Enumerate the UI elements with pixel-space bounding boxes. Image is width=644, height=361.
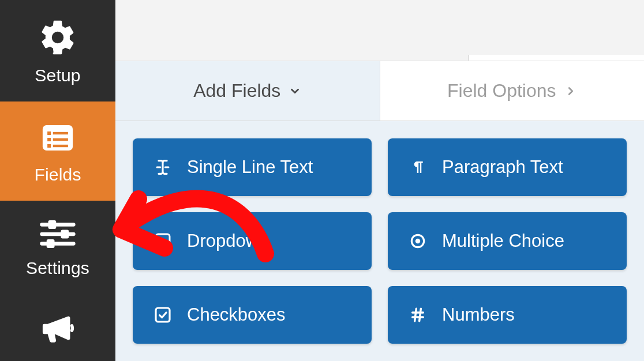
svg-marker-16 — [160, 239, 166, 243]
hash-icon — [406, 306, 429, 324]
field-button-paragraph-text[interactable]: Paragraph Text — [388, 138, 627, 196]
sidebar-item-label: Settings — [26, 258, 89, 278]
svg-rect-4 — [53, 138, 68, 141]
sidebar: Setup Fields Settings — [0, 0, 115, 361]
sidebar-item-settings[interactable]: Settings — [0, 201, 115, 294]
sidebar-item-marketing[interactable] — [0, 294, 115, 351]
sidebar-item-label: Fields — [34, 165, 81, 185]
field-button-label: Numbers — [442, 304, 515, 325]
sidebar-item-label: Setup — [35, 66, 80, 85]
field-button-label: Dropdown — [187, 231, 268, 251]
fields-grid: Single Line Text Paragraph Text Dropdown — [133, 138, 627, 344]
svg-rect-1 — [47, 131, 51, 135]
field-button-label: Single Line Text — [187, 157, 313, 178]
top-bar-notch — [468, 55, 644, 61]
list-icon — [39, 119, 77, 157]
field-button-label: Paragraph Text — [442, 157, 563, 178]
field-button-label: Checkboxes — [187, 304, 286, 325]
svg-line-22 — [415, 309, 417, 321]
field-button-label: Multiple Choice — [442, 231, 564, 251]
chevron-right-icon — [564, 85, 577, 97]
svg-rect-19 — [156, 308, 170, 322]
caret-square-down-icon — [151, 232, 174, 250]
svg-line-23 — [420, 309, 421, 321]
tab-label: Field Options — [447, 80, 556, 101]
field-button-numbers[interactable]: Numbers — [388, 286, 627, 344]
gear-icon — [38, 17, 78, 58]
content-area: Add Fields Field Options — [115, 61, 644, 361]
main-area: Add Fields Field Options — [115, 0, 644, 361]
field-button-multiple-choice[interactable]: Multiple Choice — [388, 212, 627, 270]
field-button-checkboxes[interactable]: Checkboxes — [133, 286, 372, 344]
sidebar-item-setup[interactable]: Setup — [0, 0, 115, 101]
svg-rect-12 — [47, 239, 55, 248]
tab-label: Add Fields — [193, 80, 280, 101]
chevron-down-icon — [289, 85, 301, 97]
svg-rect-6 — [53, 145, 68, 147]
tab-add-fields[interactable]: Add Fields — [115, 61, 380, 121]
tabs: Add Fields Field Options — [115, 61, 644, 121]
radio-target-icon — [406, 232, 429, 250]
tab-field-options[interactable]: Field Options — [380, 61, 645, 121]
app-root: Setup Fields Settings — [0, 0, 644, 361]
fields-panel: Single Line Text Paragraph Text Dropdown — [115, 121, 644, 361]
paragraph-icon — [406, 159, 429, 176]
svg-rect-3 — [47, 138, 51, 141]
megaphone-icon — [38, 311, 78, 345]
svg-point-18 — [415, 239, 421, 244]
svg-rect-8 — [48, 220, 57, 229]
svg-rect-10 — [61, 230, 69, 239]
sidebar-item-fields[interactable]: Fields — [0, 101, 115, 201]
sliders-icon — [39, 218, 77, 250]
svg-rect-5 — [47, 144, 51, 148]
top-bar — [115, 0, 644, 61]
text-cursor-icon — [151, 157, 174, 177]
field-button-single-line-text[interactable]: Single Line Text — [133, 138, 372, 196]
svg-rect-2 — [53, 132, 68, 134]
check-square-icon — [151, 306, 174, 324]
field-button-dropdown[interactable]: Dropdown — [133, 212, 372, 270]
